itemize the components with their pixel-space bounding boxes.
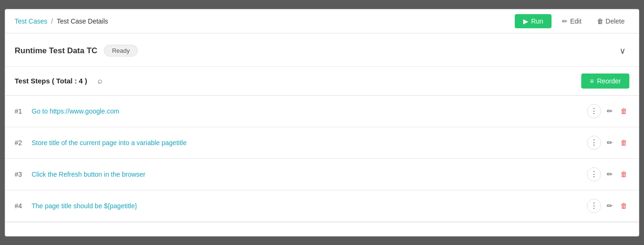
pencil-icon: ✏: [607, 202, 613, 210]
breadcrumb: Test Cases / Test Case Details: [15, 17, 108, 25]
step-edit-button[interactable]: ✏: [605, 105, 615, 117]
chevron-down-button[interactable]: ∨: [616, 44, 629, 58]
step-text: Go to https://www.google.com: [32, 107, 587, 115]
chevron-down-icon: ∨: [619, 46, 626, 56]
step-number: #3: [15, 171, 32, 178]
step-edit-button[interactable]: ✏: [605, 137, 615, 149]
step-actions: ⋮ ✏ 🗑: [587, 136, 629, 150]
table-row: #4 The page title should be ${pagetitle}…: [5, 190, 639, 222]
header: Test Cases / Test Case Details ▶ Run ✏ E…: [5, 9, 639, 33]
pencil-icon: ✏: [562, 17, 568, 25]
play-icon: ▶: [523, 17, 528, 25]
dots-icon: ⋮: [590, 106, 598, 115]
table-row: #3 Click the Refresh button in the brows…: [5, 159, 639, 190]
step-number: #4: [15, 202, 32, 210]
pencil-icon: ✏: [607, 139, 613, 147]
step-more-button[interactable]: ⋮: [587, 199, 601, 213]
footer: [5, 222, 639, 236]
status-badge: Ready: [104, 45, 138, 57]
delete-label: Delete: [606, 17, 625, 25]
steps-container: #1 Go to https://www.google.com ⋮ ✏ 🗑 #2…: [5, 96, 639, 222]
search-button[interactable]: ⌕: [95, 75, 105, 87]
edit-label: Edit: [570, 17, 581, 25]
step-actions: ⋮ ✏ 🗑: [587, 199, 629, 213]
step-delete-button[interactable]: 🗑: [619, 105, 629, 117]
header-actions: ▶ Run ✏ Edit 🗑 Delete: [515, 14, 629, 28]
step-edit-button[interactable]: ✏: [605, 168, 615, 180]
delete-button[interactable]: 🗑 Delete: [592, 15, 629, 28]
breadcrumb-test-cases-link[interactable]: Test Cases: [15, 17, 47, 25]
pencil-icon: ✏: [607, 170, 613, 178]
edit-button[interactable]: ✏ Edit: [557, 15, 586, 28]
trash-icon: 🗑: [597, 17, 603, 25]
dots-icon: ⋮: [590, 138, 598, 147]
page-title: Runtime Test Data TC: [15, 46, 97, 56]
trash-icon: 🗑: [620, 202, 627, 210]
step-more-button[interactable]: ⋮: [587, 104, 601, 118]
reorder-label: Reorder: [597, 77, 621, 85]
step-number: #2: [15, 139, 32, 147]
dots-icon: ⋮: [590, 201, 598, 210]
step-delete-button[interactable]: 🗑: [619, 137, 629, 148]
main-window: Test Cases / Test Case Details ▶ Run ✏ E…: [5, 9, 639, 237]
run-button[interactable]: ▶ Run: [515, 14, 552, 28]
trash-icon: 🗑: [620, 170, 627, 178]
step-more-button[interactable]: ⋮: [587, 167, 601, 181]
step-text: Click the Refresh button in the browser: [32, 171, 587, 178]
search-icon: ⌕: [98, 76, 102, 85]
step-text: The page title should be ${pagetitle}: [32, 202, 587, 210]
breadcrumb-separator: /: [51, 17, 53, 25]
run-label: Run: [531, 17, 544, 25]
step-actions: ⋮ ✏ 🗑: [587, 104, 629, 118]
steps-header: Test Steps ( Total : 4 ) ⌕ ≡ Reorder: [5, 67, 639, 96]
title-section: Runtime Test Data TC Ready ∨: [5, 33, 639, 67]
steps-title-row: Test Steps ( Total : 4 ) ⌕: [15, 75, 105, 87]
reorder-button[interactable]: ≡ Reorder: [581, 74, 629, 89]
step-number: #1: [15, 107, 32, 115]
breadcrumb-current: Test Case Details: [57, 17, 108, 25]
step-delete-button[interactable]: 🗑: [619, 168, 629, 180]
reorder-icon: ≡: [590, 77, 594, 85]
trash-icon: 🗑: [620, 139, 627, 147]
step-more-button[interactable]: ⋮: [587, 136, 601, 150]
trash-icon: 🗑: [620, 107, 627, 115]
pencil-icon: ✏: [607, 107, 613, 115]
table-row: #1 Go to https://www.google.com ⋮ ✏ 🗑: [5, 96, 639, 127]
title-row: Runtime Test Data TC Ready: [15, 45, 138, 57]
step-edit-button[interactable]: ✏: [605, 200, 615, 212]
step-actions: ⋮ ✏ 🗑: [587, 167, 629, 181]
step-text: Store title of the current page into a v…: [32, 139, 587, 147]
step-delete-button[interactable]: 🗑: [619, 200, 629, 212]
dots-icon: ⋮: [590, 170, 598, 179]
table-row: #2 Store title of the current page into …: [5, 127, 639, 159]
steps-title: Test Steps ( Total : 4 ): [15, 77, 87, 85]
